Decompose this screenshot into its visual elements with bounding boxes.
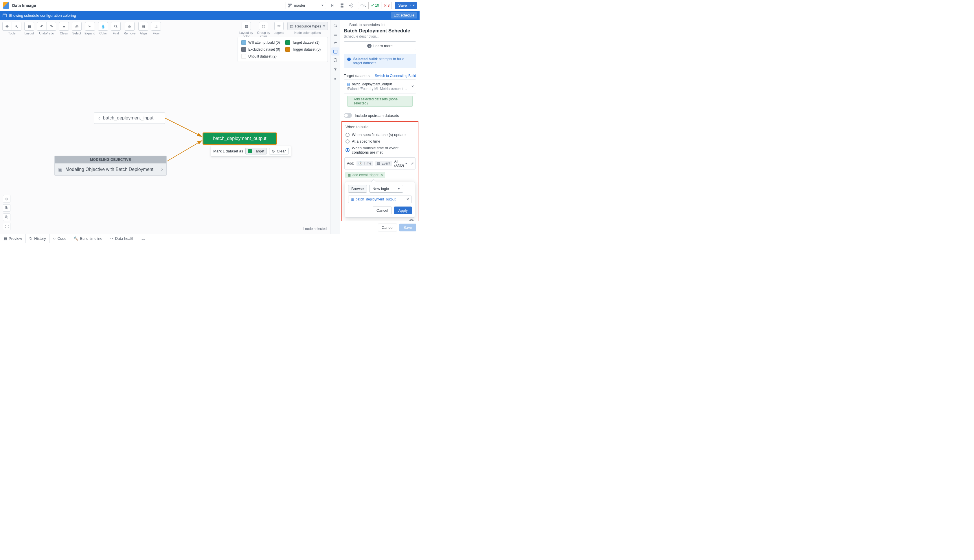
chevron-down-icon — [321, 5, 324, 6]
switch-build-link[interactable]: Switch to Connecting Build — [375, 74, 416, 78]
resource-types-select[interactable]: ▤Resource types — [287, 22, 328, 30]
tab-collapse[interactable]: » — [331, 75, 339, 83]
expand-icon[interactable]: ⤢ — [411, 162, 414, 165]
branch-selector[interactable]: master — [285, 2, 326, 9]
nodes-selected-label: 1 node selected — [302, 227, 327, 231]
footer-code[interactable]: ‹›Code — [50, 234, 70, 243]
color-tool[interactable]: 💧 — [98, 22, 108, 30]
expand-tool[interactable]: ✂ — [85, 22, 95, 30]
include-upstream-toggle[interactable] — [344, 113, 352, 118]
legend-button[interactable]: 👁 — [274, 22, 284, 30]
footer-history[interactable]: ↻History — [26, 234, 50, 243]
node-input-dataset[interactable]: ‹ batch_deployment_input — [94, 112, 165, 124]
group-by-color-button[interactable]: ◎ — [259, 22, 268, 30]
layout-tool[interactable]: ▦ — [25, 22, 34, 30]
save-button[interactable]: Save — [395, 2, 417, 9]
svg-point-0 — [351, 5, 352, 6]
chevron-up-icon: ︽ — [142, 236, 145, 241]
node-output-dataset[interactable]: batch_deployment_output — [203, 132, 277, 145]
chevron-right-icon: › — [161, 166, 163, 172]
side-panel: ←Back to schedules list Batch Deployment… — [340, 20, 420, 234]
popover-cancel-button[interactable]: Cancel — [373, 207, 392, 214]
banner-text: Showing schedule configuration coloring — [9, 13, 76, 18]
schedule-title: Batch Deployment Schedule — [340, 27, 420, 34]
footer-build-timeline[interactable]: 🔨Build timeline — [70, 234, 106, 243]
add-selected-button[interactable]: +Add selected datasets (none selected) — [347, 96, 413, 107]
popover-dataset[interactable]: ▦batch_deployment_output✕ — [348, 195, 412, 203]
schedule-desc[interactable]: Schedule description… — [340, 34, 420, 42]
panel-footer: Cancel Save — [340, 221, 420, 234]
footer-expand[interactable]: ︽ — [138, 234, 149, 243]
remove-icon[interactable]: ✕ — [380, 173, 383, 177]
tab-search[interactable] — [331, 22, 339, 30]
tab-lineage[interactable] — [331, 39, 339, 47]
browse-button[interactable]: Browse — [348, 185, 367, 193]
remove-icon[interactable]: ✕ — [406, 197, 409, 201]
tab-list[interactable] — [331, 30, 339, 38]
align-tool[interactable]: ▤ — [138, 22, 148, 30]
panel-save-button[interactable]: Save — [399, 223, 416, 232]
new-logic-select[interactable]: New logic — [369, 185, 403, 193]
event-trigger-pill[interactable]: ▦add event trigger✕ — [345, 172, 385, 178]
remove-dataset-button[interactable]: ✕ — [411, 85, 414, 88]
radio-specific-time[interactable]: At a specific time — [344, 138, 415, 145]
canvas-toolbar: ✥ ↖ Tools ▦ Layout ↶ ↷ Undo/redo ≡Clean … — [2, 22, 161, 35]
tab-schedule[interactable] — [331, 47, 339, 55]
fit-screen-button[interactable]: ⛶ — [3, 223, 10, 230]
mark-dataset-popup: Mark 1 dataset as Target ⊘Clear — [211, 146, 291, 157]
compare-button[interactable] — [329, 2, 337, 9]
svg-line-3 — [165, 118, 202, 137]
tab-security[interactable] — [331, 56, 339, 64]
back-link[interactable]: ←Back to schedules list — [340, 20, 420, 27]
info-icon — [347, 57, 351, 61]
add-event-chip[interactable]: ▦Event — [375, 161, 392, 166]
tab-health[interactable] — [331, 65, 339, 73]
logic-selector[interactable]: All (AND) — [394, 159, 407, 167]
settings-button[interactable] — [347, 2, 355, 9]
side-tabs: » — [330, 20, 340, 234]
select-target-tool[interactable]: ◎ — [72, 22, 81, 30]
mark-clear-button[interactable]: ⊘Clear — [269, 148, 288, 155]
flow-tool[interactable]: ⇉ — [151, 22, 160, 30]
popover-apply-button[interactable]: Apply — [394, 207, 412, 214]
clean-tool[interactable]: ≡ — [59, 22, 68, 30]
top-icon-group — [329, 2, 355, 9]
add-time-chip[interactable]: 🕐Time — [357, 161, 373, 166]
status-group: 0 10 8 — [358, 2, 392, 9]
branch-label: master — [294, 3, 305, 8]
status-errors[interactable]: 8 — [381, 2, 392, 9]
learn-more-button[interactable]: ?Learn more — [344, 42, 416, 50]
dataset-icon: ▦ — [347, 82, 350, 86]
redo-button[interactable]: ↷ — [47, 22, 56, 30]
panel-cancel-button[interactable]: Cancel — [378, 223, 397, 232]
radio-multiple-conditions[interactable]: When multiple time or event conditions a… — [344, 145, 415, 156]
schedule-banner: Showing schedule configuration coloring … — [0, 11, 420, 20]
undo-button[interactable]: ↶ — [37, 22, 47, 30]
save-caret[interactable] — [410, 5, 417, 6]
footer-preview[interactable]: ▦Preview — [0, 234, 26, 243]
select-tool[interactable]: ↖ — [12, 22, 21, 30]
page-title: Data lineage — [12, 3, 283, 8]
legend-panel: Will attempt build (0) Target dataset (1… — [238, 37, 328, 62]
exit-schedule-button[interactable]: Exit schedule — [391, 12, 417, 18]
remove-tool[interactable]: ⊖ — [125, 22, 134, 30]
image-icon: ▣ — [58, 167, 62, 172]
zoom-out-button[interactable] — [3, 213, 10, 221]
footer-data-health[interactable]: 〰Data health — [106, 234, 138, 243]
add-trigger-bar: Add: 🕐Time ▦Event All (AND) ⤢ — [344, 157, 415, 170]
radio-datasets-update[interactable]: When specific dataset(s) update — [344, 131, 415, 138]
plus-icon: + — [350, 99, 352, 103]
canvas[interactable]: ✥ ↖ Tools ▦ Layout ↶ ↷ Undo/redo ≡Clean … — [0, 20, 330, 234]
shortcuts-button[interactable] — [338, 2, 346, 9]
zoom-reset-button[interactable]: ⊕ — [3, 195, 10, 202]
pan-tool[interactable]: ✥ — [3, 22, 12, 30]
build-icon: 🔨 — [73, 236, 78, 241]
layout-by-color-button[interactable]: ▦ — [242, 22, 251, 30]
zoom-in-button[interactable] — [3, 204, 10, 212]
mark-target-button[interactable]: Target — [245, 148, 267, 155]
status-checks[interactable]: 10 — [369, 2, 381, 9]
target-dataset-card[interactable]: ▦batch_deployment_output /Palantir/Found… — [344, 80, 416, 93]
find-tool[interactable] — [111, 22, 120, 30]
modeling-objective-node[interactable]: MODELING OBJECTIVE ▣ Modeling Objective … — [54, 156, 167, 176]
status-cycles[interactable]: 0 — [358, 2, 369, 9]
